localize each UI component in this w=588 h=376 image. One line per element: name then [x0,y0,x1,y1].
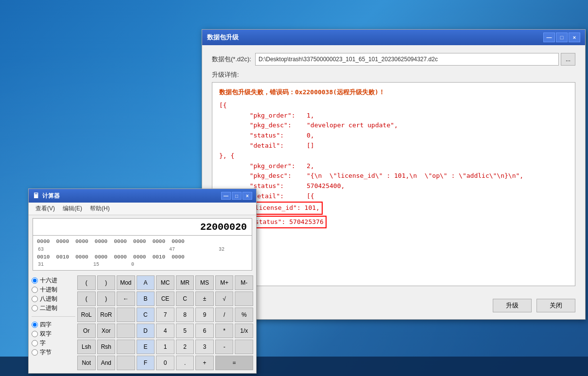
btn-sqrt[interactable]: √ [215,291,234,306]
btn-7[interactable]: 7 [156,308,174,322]
calculator-body: 十六进 十进制 八进制 二进制 四字 [29,273,256,373]
calculator-titlebar: 🖩 计算器 — □ × [29,189,256,203]
btn-B[interactable]: B [137,291,155,306]
radio-qword-label: 四字 [40,321,52,329]
btn-multiply[interactable]: * [215,324,234,338]
upgrade-button[interactable]: 升级 [493,299,532,312]
btn-plus[interactable]: + [195,356,214,370]
btn-5[interactable]: 5 [176,324,194,338]
btn-Xor[interactable]: Xor [97,324,116,338]
btn-3[interactable]: 3 [195,340,214,354]
upgrade-dialog-titlebar: 数据包升级 — □ × [202,30,585,45]
btn-Or[interactable]: Or [77,324,96,338]
calc-close-button[interactable]: × [242,192,252,200]
btn-RoL[interactable]: RoL [77,308,96,322]
btn-open-paren2[interactable]: ( [77,291,96,306]
btn-2[interactable]: 2 [176,340,194,354]
btn-C2[interactable]: C [137,308,155,322]
btn-backspace[interactable]: ← [117,291,135,306]
file-field-row: 数据包(*.d2c): ... [212,53,575,66]
radio-hex[interactable]: 十六进 [32,276,75,285]
btn-percent[interactable]: % [235,308,253,322]
btn-Mplus[interactable]: M+ [215,275,234,290]
btn-MC[interactable]: MC [156,275,174,290]
btn-close-paren2[interactable]: ) [97,291,116,306]
calc-minimize-button[interactable]: — [221,192,231,200]
btn-dot[interactable]: . [176,356,194,370]
btn-8[interactable]: 8 [176,308,194,322]
binary-row-1-labels: 63 47 32 [37,246,248,253]
upgrade-dialog: 数据包升级 — □ × 数据包(*.d2c): ... 升级详情: 数据包升级失… [202,29,586,320]
calc-left-panel: 十六进 十进制 八进制 二进制 四字 [32,275,75,370]
btn-RoR[interactable]: RoR [97,308,116,322]
binary-row-2: 0010 0010 0000 0000 0000 0000 0010 0000 [37,253,248,261]
calc-maximize-button[interactable]: □ [232,192,242,200]
binary-row-1: 0000 0000 0000 0000 0000 0000 0000 0000 [37,238,248,246]
display-value: 22000020 [200,222,247,233]
file-label: 数据包(*.d2c): [212,55,251,64]
btn-empty1 [235,291,253,306]
dialog-footer: 升级 关闭 [202,294,585,319]
browse-button[interactable]: ... [561,53,575,66]
calculator-display: 22000020 [33,218,252,236]
btn-9[interactable]: 9 [195,308,214,322]
btn-4[interactable]: 4 [156,324,174,338]
radio-byte-label: 字节 [40,348,52,357]
radio-word[interactable]: 字 [32,339,75,347]
btn-empty3 [117,324,135,338]
btn-reciprocal[interactable]: 1/x [235,324,253,338]
radio-dec-label: 十进制 [40,286,57,294]
btn-Mminus[interactable]: M- [235,275,253,290]
error-message: 数据包升级失败，错误码：0x22000038(远程升级失败)！ [219,87,568,98]
radio-hex-label: 十六进 [40,276,57,285]
calc-buttons-grid: ( ) Mod A MC MR MS M+ M- ( ) ← B CE C ± … [77,275,253,370]
btn-plusminus[interactable]: ± [195,291,214,306]
base-radio-group: 十六进 十进制 八进制 二进制 [32,275,75,313]
btn-mod[interactable]: Mod [117,275,135,290]
btn-1[interactable]: 1 [156,340,174,354]
menu-view[interactable]: 查看(V) [32,204,59,214]
highlight-status: "status": 570425376 [248,216,327,229]
btn-D[interactable]: D [137,324,155,338]
maximize-button[interactable]: □ [556,33,568,42]
radio-oct[interactable]: 八进制 [32,295,75,303]
btn-Not[interactable]: Not [77,356,96,370]
calc-right-panel: ( ) Mod A MC MR MS M+ M- ( ) ← B CE C ± … [77,275,253,370]
calculator-menubar: 查看(V) 编辑(E) 帮助(H) [29,203,256,215]
menu-help[interactable]: 帮助(H) [86,204,114,214]
btn-minus[interactable]: - [215,340,234,354]
btn-And[interactable]: And [97,356,116,370]
radio-dec[interactable]: 十进制 [32,286,75,294]
menu-edit[interactable]: 编辑(E) [59,204,86,214]
minimize-button[interactable]: — [543,33,555,42]
btn-divide[interactable]: / [215,308,234,322]
btn-open-paren[interactable]: ( [77,275,96,290]
calculator-window: 🖩 计算器 — □ × 查看(V) 编辑(E) 帮助(H) 22000020 0… [28,188,257,374]
close-dialog-button[interactable]: 关闭 [536,299,575,312]
btn-E[interactable]: E [137,340,155,354]
radio-dword-label: 双字 [40,330,52,338]
btn-MS[interactable]: MS [195,275,214,290]
upgrade-dialog-title: 数据包升级 [207,33,542,42]
radio-byte[interactable]: 字节 [32,348,75,357]
btn-C[interactable]: C [176,291,194,306]
radio-dword[interactable]: 双字 [32,330,75,338]
btn-6[interactable]: 6 [195,324,214,338]
btn-empty4 [117,340,135,354]
highlight-status-text: "status": 570425376 [251,218,324,225]
btn-Lsh[interactable]: Lsh [77,340,96,354]
close-button[interactable]: × [569,33,580,42]
btn-F[interactable]: F [137,356,155,370]
radio-qword[interactable]: 四字 [32,321,75,329]
json-closing: }] }] [219,228,568,249]
btn-Rsh[interactable]: Rsh [97,340,116,354]
btn-close-paren[interactable]: ) [97,275,116,290]
file-path-input[interactable] [255,53,559,66]
btn-CE[interactable]: CE [156,291,174,306]
btn-A[interactable]: A [137,275,155,290]
radio-bin[interactable]: 二进制 [32,304,75,312]
binary-row-2-labels: 31 15 0 [37,261,248,268]
btn-MR[interactable]: MR [176,275,194,290]
btn-0[interactable]: 0 [156,356,174,370]
btn-equals[interactable]: = [215,356,253,370]
